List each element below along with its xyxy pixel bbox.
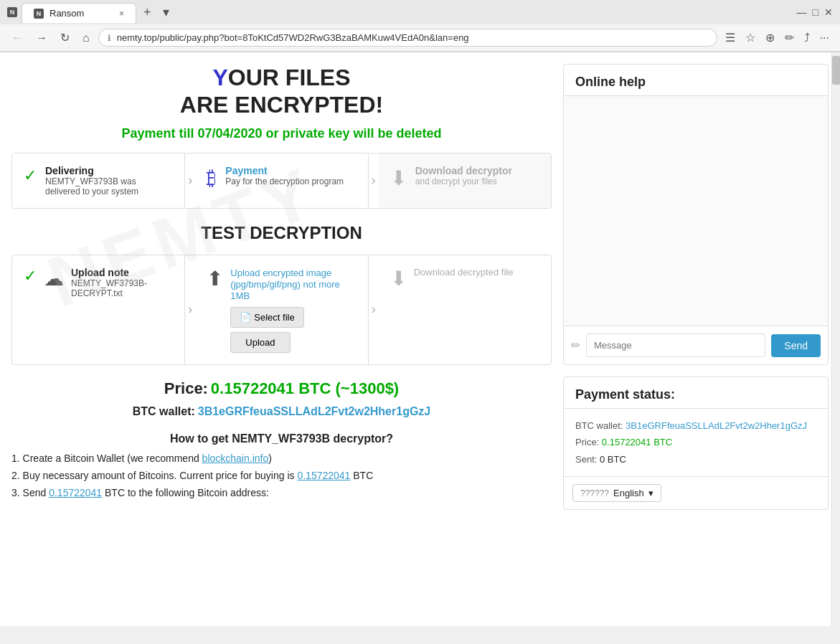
step-text-after-3: BTC to the following Bitcoin address: [102,487,269,498]
upload-note-check-icon: ✓ [24,267,37,285]
tab-title: Ransom [49,8,84,19]
ps-btc-wallet-value: 3B1eGRFfeuaSSLLAdL2Fvt2w2Hher1gGzJ [626,420,807,431]
address-bar[interactable]: ℹ [98,29,717,47]
ps-price-label: Price: [575,437,599,448]
lang-selector-row: ?????? English ▾ [564,476,828,509]
step-delivering-title: Delivering [45,165,173,176]
step-text-after-1: ) [268,453,272,464]
test-step-upload-file: ⬆ Upload encrypted image (jpg/bmp/gif/pn… [195,255,368,364]
price-amount: 0.15722041 BTC (~1300$) [211,379,399,397]
bitcoin-icon: ₿ [207,166,217,190]
heading-line2: ARE ENCRYPTED! [180,92,383,118]
file-icon: 📄 [240,312,251,323]
step-payment-title: Payment [225,165,344,176]
nav-bar: ← → ↻ ⌂ ℹ ☰ ☆ ⊕ ✏ ⤴ ··· [0,24,840,52]
chat-area [564,96,828,326]
title-bar: N N Ransom × + ▾ — □ ✕ [0,0,840,24]
share-button[interactable]: ⤴ [801,30,813,46]
minimize-button[interactable]: — [797,6,807,18]
select-file-button[interactable]: 📄 Select file [230,307,303,328]
maximize-button[interactable]: □ [813,6,818,18]
step-num-3: 3. [11,487,20,498]
step-delivering: ✓ Delivering NEMTY_WF3793B was delivered… [12,153,185,208]
step-arrow-2: › [369,153,379,208]
upload-note-desc: NEMTY_WF3793B-DECRYPT.txt [71,278,173,298]
test-step-upload-note: ✓ ☁ Upload note NEMTY_WF3793B-DECRYPT.tx… [12,255,185,364]
price-link[interactable]: 0.15722041 [297,470,350,481]
how-to-list: 1. Create a Bitcoin Wallet (we recommend… [11,453,552,498]
test-decryption-box: ✓ ☁ Upload note NEMTY_WF3793B-DECRYPT.tx… [11,255,552,365]
payment-status-panel: Payment status: BTC wallet: 3B1eGRFfeuaS… [563,377,829,510]
close-button[interactable]: ✕ [824,6,833,18]
home-button[interactable]: ⌂ [78,30,94,46]
page-content: NEMTY YOUR FILES ARE ENCRYPTED! Payment … [0,52,840,626]
step-text-after-2: BTC [350,470,373,481]
favorites-button[interactable]: ☆ [742,29,759,46]
heading-rest: OUR FILES [228,65,351,90]
browser-tab[interactable]: N Ransom × [22,3,136,23]
test-steps: ✓ ☁ Upload note NEMTY_WF3793B-DECRYPT.tx… [12,255,551,364]
step-payment-desc: Pay for the decryption program [225,176,344,186]
step-delivering-desc: NEMTY_WF3793B was delivered to your syst… [45,176,173,196]
list-item: 3. Send 0.15722041 BTC to the following … [11,487,552,498]
online-help-panel: Online help ✏ Send [563,64,829,365]
test-step-arrow-2: › [369,255,379,364]
reader-view-button[interactable]: ☰ [722,29,739,46]
y-letter: Y [212,65,227,90]
tab-dropdown-button[interactable]: ▾ [159,1,174,23]
upload-button[interactable]: Upload [230,332,290,353]
sidebar: Online help ✏ Send Payment status: BTC w… [563,64,829,615]
browser-chrome: N N Ransom × + ▾ — □ ✕ ← → ↻ ⌂ ℹ ☰ ☆ ⊕ [0,0,840,52]
btc-wallet-address[interactable]: 3B1eGRFfeuaSSLLAdL2Fvt2w2Hher1gGzJ [198,405,431,417]
chat-message-input[interactable] [586,333,765,357]
list-item: 1. Create a Bitcoin Wallet (we recommend… [11,453,552,464]
test-step-download-file: ⬇ Download decrypted file [379,255,551,364]
payment-status-title: Payment status: [564,377,828,409]
step-text-before-3: Send [23,487,49,498]
scrollbar[interactable] [831,52,840,626]
download-file-icon: ⬇ [390,267,407,290]
pencil-icon: ✏ [571,338,580,352]
refresh-button[interactable]: ↻ [56,29,74,46]
step-arrow-1: › [185,153,195,208]
ps-btc-wallet-label: BTC wallet: [575,420,623,431]
upload-arrow-icon: ⬆ [207,267,223,290]
lang-selector[interactable]: ?????? English ▾ [572,484,661,502]
main-content-area: YOUR FILES ARE ENCRYPTED! Payment till 0… [11,64,552,615]
step-num-1: 1. [11,453,20,464]
blockchain-link[interactable]: blockchain.info [202,453,269,464]
lang-flag: ?????? [580,488,609,498]
step-text-before-1: Create a Bitcoin Wallet (we recommend [23,453,202,464]
favicon: N [7,7,17,17]
settings-button[interactable]: ··· [816,30,833,46]
tab-close-button[interactable]: × [119,9,124,19]
test-decryption-heading: TEST DECRYPTION [11,223,552,243]
online-help-title: Online help [564,65,828,96]
reading-list-button[interactable]: ⊕ [762,29,778,46]
url-input[interactable] [117,32,708,43]
ps-sent-label: Sent: [575,454,597,465]
step-payment: ₿ Payment Pay for the decryption program [195,153,368,208]
new-tab-button[interactable]: + [136,2,159,23]
payment-status-content: BTC wallet: 3B1eGRFfeuaSSLLAdL2Fvt2w2Hhe… [564,409,828,476]
ps-price-value: 0.15722041 BTC [602,437,672,448]
lock-icon: ℹ [108,33,111,43]
price-label: Price: [164,379,208,397]
lang-name: English [613,488,644,498]
download-file-label: Download decrypted file [414,267,514,278]
steps-bar: ✓ Delivering NEMTY_WF3793B was delivered… [11,153,552,209]
back-button[interactable]: ← [7,30,27,46]
test-step-arrow-1: › [185,255,195,364]
scrollbar-thumb[interactable] [832,56,840,85]
notes-button[interactable]: ✏ [781,29,798,46]
tab-favicon: N [34,9,44,19]
forward-button[interactable]: → [32,30,52,46]
upload-link[interactable]: Upload encrypted image (jpg/bmp/gif/png)… [230,267,339,301]
upload-note-title: Upload note [71,267,173,278]
send-price-link[interactable]: 0.15722041 [49,487,102,498]
btc-wallet-label: BTC wallet: [133,405,195,417]
how-to-heading: How to get NEMTY_WF3793B decryptor? [11,432,552,445]
send-button[interactable]: Send [771,334,821,357]
step-download-desc: and decrypt your files [415,176,512,186]
step-num-2: 2. [11,470,20,481]
